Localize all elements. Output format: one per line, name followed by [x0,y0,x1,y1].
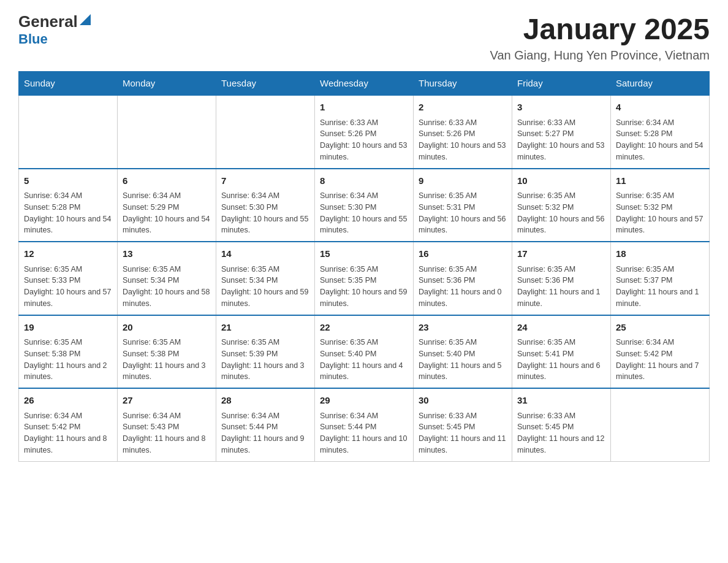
calendar-header-row: SundayMondayTuesdayWednesdayThursdayFrid… [19,72,710,96]
logo-general-text: General [18,12,78,31]
day-info: Sunrise: 6:35 AMSunset: 5:40 PMDaylight:… [320,337,408,383]
day-info: Sunrise: 6:34 AMSunset: 5:30 PMDaylight:… [221,190,309,236]
calendar-week-row: 1Sunrise: 6:33 AMSunset: 5:26 PMDaylight… [19,95,710,169]
calendar-day-cell: 17Sunrise: 6:35 AMSunset: 5:36 PMDayligh… [512,242,611,315]
day-number: 12 [24,247,112,261]
calendar-header-monday: Monday [118,72,216,96]
calendar-day-cell: 23Sunrise: 6:35 AMSunset: 5:40 PMDayligh… [414,315,512,389]
day-info: Sunrise: 6:35 AMSunset: 5:38 PMDaylight:… [24,337,112,383]
calendar-day-cell: 26Sunrise: 6:34 AMSunset: 5:42 PMDayligh… [19,388,118,461]
day-info: Sunrise: 6:34 AMSunset: 5:42 PMDaylight:… [24,410,112,456]
day-number: 16 [419,247,507,261]
calendar-day-cell: 27Sunrise: 6:34 AMSunset: 5:43 PMDayligh… [118,388,216,461]
day-number: 25 [616,321,704,335]
day-info: Sunrise: 6:35 AMSunset: 5:32 PMDaylight:… [517,190,605,236]
day-info: Sunrise: 6:35 AMSunset: 5:40 PMDaylight:… [419,337,507,383]
calendar-day-cell [216,95,315,169]
day-info: Sunrise: 6:35 AMSunset: 5:31 PMDaylight:… [419,190,507,236]
calendar-day-cell: 8Sunrise: 6:34 AMSunset: 5:30 PMDaylight… [315,169,414,242]
calendar-day-cell: 4Sunrise: 6:34 AMSunset: 5:28 PMDaylight… [611,95,710,169]
day-info: Sunrise: 6:35 AMSunset: 5:34 PMDaylight:… [123,264,211,310]
calendar-day-cell [19,95,118,169]
day-number: 4 [616,101,704,115]
day-number: 14 [221,247,309,261]
day-number: 18 [616,247,704,261]
calendar-day-cell [118,95,216,169]
calendar-week-row: 26Sunrise: 6:34 AMSunset: 5:42 PMDayligh… [19,388,710,461]
day-info: Sunrise: 6:34 AMSunset: 5:42 PMDaylight:… [616,337,704,383]
day-number: 3 [517,101,605,115]
calendar-day-cell: 11Sunrise: 6:35 AMSunset: 5:32 PMDayligh… [611,169,710,242]
day-number: 5 [24,174,112,188]
day-number: 28 [221,394,309,408]
calendar-header-saturday: Saturday [611,72,710,96]
calendar-week-row: 19Sunrise: 6:35 AMSunset: 5:38 PMDayligh… [19,315,710,389]
day-info: Sunrise: 6:33 AMSunset: 5:26 PMDaylight:… [320,117,408,163]
svg-marker-0 [80,14,91,25]
day-info: Sunrise: 6:35 AMSunset: 5:36 PMDaylight:… [419,264,507,310]
calendar-header-friday: Friday [512,72,611,96]
logo: General Blue [18,12,91,47]
page-subtitle: Van Giang, Hung Yen Province, Vietnam [490,48,710,63]
day-number: 27 [123,394,211,408]
calendar-day-cell: 22Sunrise: 6:35 AMSunset: 5:40 PMDayligh… [315,315,414,389]
calendar-day-cell: 24Sunrise: 6:35 AMSunset: 5:41 PMDayligh… [512,315,611,389]
calendar-day-cell: 21Sunrise: 6:35 AMSunset: 5:39 PMDayligh… [216,315,315,389]
calendar-day-cell: 9Sunrise: 6:35 AMSunset: 5:31 PMDaylight… [414,169,512,242]
calendar-header-tuesday: Tuesday [216,72,315,96]
calendar-day-cell: 2Sunrise: 6:33 AMSunset: 5:26 PMDaylight… [414,95,512,169]
day-info: Sunrise: 6:33 AMSunset: 5:45 PMDaylight:… [517,410,605,456]
day-info: Sunrise: 6:34 AMSunset: 5:28 PMDaylight:… [24,190,112,236]
day-info: Sunrise: 6:33 AMSunset: 5:45 PMDaylight:… [419,410,507,456]
page-title: January 2025 [490,12,710,46]
day-info: Sunrise: 6:34 AMSunset: 5:44 PMDaylight:… [221,410,309,456]
calendar-day-cell: 3Sunrise: 6:33 AMSunset: 5:27 PMDaylight… [512,95,611,169]
day-info: Sunrise: 6:34 AMSunset: 5:28 PMDaylight:… [616,117,704,163]
day-number: 22 [320,321,408,335]
calendar-day-cell: 19Sunrise: 6:35 AMSunset: 5:38 PMDayligh… [19,315,118,389]
calendar-day-cell: 20Sunrise: 6:35 AMSunset: 5:38 PMDayligh… [118,315,216,389]
day-info: Sunrise: 6:35 AMSunset: 5:37 PMDaylight:… [616,264,704,310]
calendar-header-sunday: Sunday [19,72,118,96]
calendar-day-cell [611,388,710,461]
calendar-day-cell: 30Sunrise: 6:33 AMSunset: 5:45 PMDayligh… [414,388,512,461]
calendar-week-row: 12Sunrise: 6:35 AMSunset: 5:33 PMDayligh… [19,242,710,315]
day-info: Sunrise: 6:34 AMSunset: 5:29 PMDaylight:… [123,190,211,236]
day-info: Sunrise: 6:35 AMSunset: 5:38 PMDaylight:… [123,337,211,383]
page-header: General Blue January 2025 Van Giang, Hun… [18,12,710,63]
day-info: Sunrise: 6:34 AMSunset: 5:44 PMDaylight:… [320,410,408,456]
day-info: Sunrise: 6:33 AMSunset: 5:27 PMDaylight:… [517,117,605,163]
calendar-day-cell: 15Sunrise: 6:35 AMSunset: 5:35 PMDayligh… [315,242,414,315]
day-info: Sunrise: 6:35 AMSunset: 5:34 PMDaylight:… [221,264,309,310]
day-number: 6 [123,174,211,188]
calendar-day-cell: 29Sunrise: 6:34 AMSunset: 5:44 PMDayligh… [315,388,414,461]
day-number: 29 [320,394,408,408]
day-number: 15 [320,247,408,261]
calendar-day-cell: 25Sunrise: 6:34 AMSunset: 5:42 PMDayligh… [611,315,710,389]
calendar-day-cell: 12Sunrise: 6:35 AMSunset: 5:33 PMDayligh… [19,242,118,315]
day-number: 2 [419,101,507,115]
day-info: Sunrise: 6:35 AMSunset: 5:36 PMDaylight:… [517,264,605,310]
day-number: 10 [517,174,605,188]
day-number: 20 [123,321,211,335]
day-info: Sunrise: 6:33 AMSunset: 5:26 PMDaylight:… [419,117,507,163]
calendar-day-cell: 31Sunrise: 6:33 AMSunset: 5:45 PMDayligh… [512,388,611,461]
day-number: 1 [320,101,408,115]
day-info: Sunrise: 6:35 AMSunset: 5:39 PMDaylight:… [221,337,309,383]
day-number: 9 [419,174,507,188]
day-number: 13 [123,247,211,261]
day-number: 17 [517,247,605,261]
day-info: Sunrise: 6:35 AMSunset: 5:33 PMDaylight:… [24,264,112,310]
day-number: 30 [419,394,507,408]
calendar-day-cell: 7Sunrise: 6:34 AMSunset: 5:30 PMDaylight… [216,169,315,242]
title-block: January 2025 Van Giang, Hung Yen Provinc… [490,12,710,63]
day-number: 19 [24,321,112,335]
day-info: Sunrise: 6:34 AMSunset: 5:30 PMDaylight:… [320,190,408,236]
calendar-week-row: 5Sunrise: 6:34 AMSunset: 5:28 PMDaylight… [19,169,710,242]
day-info: Sunrise: 6:35 AMSunset: 5:35 PMDaylight:… [320,264,408,310]
calendar-day-cell: 16Sunrise: 6:35 AMSunset: 5:36 PMDayligh… [414,242,512,315]
day-number: 24 [517,321,605,335]
calendar-header-thursday: Thursday [414,72,512,96]
calendar-day-cell: 14Sunrise: 6:35 AMSunset: 5:34 PMDayligh… [216,242,315,315]
day-number: 26 [24,394,112,408]
